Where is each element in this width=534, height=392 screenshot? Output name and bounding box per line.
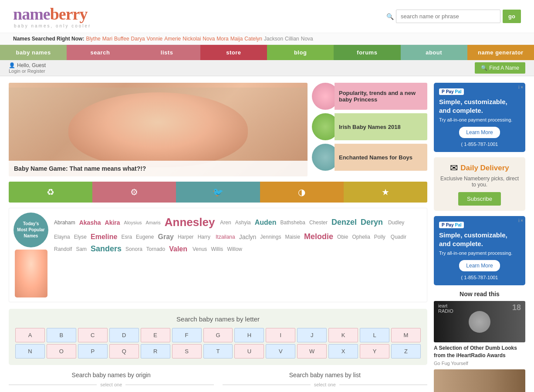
featured-link-1[interactable]: Popularity, trends and a new baby Prince… [312,83,427,110]
icon-bar-item-3[interactable]: 🐦 [176,182,260,203]
newsletter-subscribe-btn[interactable]: Subscribe [458,192,501,206]
ad1-learn-btn[interactable]: Learn More [459,127,500,138]
name-tag[interactable]: Bathsheba [279,219,307,226]
letter-B[interactable]: B [47,328,76,342]
name-tag[interactable]: Sanders [89,243,123,254]
icon-bar-item-4[interactable]: ◑ [260,182,344,203]
nav-lists[interactable]: lists [134,45,200,60]
letter-O[interactable]: O [47,344,76,358]
name-tag[interactable]: Quadir [389,233,408,241]
letter-I[interactable]: I [266,328,295,342]
searched-name[interactable]: Catelyn [244,36,262,42]
name-tag[interactable]: Jaclyn [238,233,258,241]
searched-name[interactable]: Mari [102,36,112,42]
letter-R[interactable]: R [141,344,170,358]
name-tag[interactable]: Akasha [78,218,102,227]
nav-forums[interactable]: forums [334,45,400,60]
letter-E[interactable]: E [141,328,170,342]
name-tag[interactable]: Sam [74,245,88,253]
letter-V[interactable]: V [266,344,295,358]
name-tag[interactable]: Polly [373,233,387,241]
nav-baby-names[interactable]: baby names [0,45,67,60]
icon-bar-item-1[interactable]: ♻ [9,182,92,203]
name-tag[interactable]: Willis [210,245,224,253]
searched-name[interactable]: Nickolai [183,36,201,42]
letter-Y[interactable]: Y [360,344,389,358]
name-tag[interactable]: Venus [191,245,208,253]
search-input[interactable] [396,10,500,23]
letter-Q[interactable]: Q [109,344,139,358]
nav-generator[interactable]: name generator [467,45,534,60]
nav-search[interactable]: search [67,45,133,60]
letter-W[interactable]: W [297,344,327,358]
name-tag[interactable]: Gray [156,232,175,242]
featured-link-3[interactable]: Enchanted Names for Boys [312,144,427,171]
ad2-learn-btn[interactable]: Learn More [459,260,500,271]
searched-name[interactable]: Buffee [114,36,129,42]
name-tag[interactable]: Denzel [330,217,358,228]
name-tag[interactable]: Deryn [359,217,384,228]
name-tag[interactable]: Aren [219,219,232,226]
name-tag[interactable]: Willow [226,245,243,253]
letter-T[interactable]: T [203,344,233,358]
letter-A[interactable]: A [15,328,45,342]
login-link[interactable]: Login or Register [9,68,46,74]
letter-L[interactable]: L [360,328,389,342]
name-tag[interactable]: Chester [308,219,329,226]
name-tag[interactable]: Elayna [53,233,71,241]
letter-Z[interactable]: Z [391,344,421,358]
search-button[interactable]: go [503,10,521,23]
letter-D[interactable]: D [109,328,139,342]
searched-name[interactable]: Mora [216,36,228,42]
name-tag[interactable]: Dudley [387,219,406,226]
letter-K[interactable]: K [328,328,358,342]
name-tag[interactable]: Amaris [145,219,162,226]
article-2[interactable] [434,369,525,392]
name-tag[interactable]: Sonora [124,245,144,253]
name-tag[interactable]: Melodie [303,231,335,242]
icon-bar-item-5[interactable]: ★ [344,182,427,203]
name-tag[interactable]: Harry [196,233,212,241]
letter-G[interactable]: G [203,328,233,342]
nav-about[interactable]: about [401,45,467,60]
searched-name[interactable]: Cillian [285,36,299,42]
name-tag[interactable]: Emeline [89,232,118,242]
letter-J[interactable]: J [297,328,327,342]
name-tag[interactable]: Valen [168,244,189,254]
name-tag[interactable]: Akira [104,218,122,227]
name-tag[interactable]: Eugene [135,233,155,241]
searched-name[interactable]: Vonnie [147,36,163,42]
name-tag[interactable]: Annesley [163,215,216,230]
name-tag[interactable]: Abraham [53,219,77,226]
name-tag[interactable]: Esra [120,233,133,241]
featured-main[interactable]: Baby Name Game: That name means what?!? [9,83,308,176]
find-name-button[interactable]: 🔍 Find A Name [475,62,525,74]
name-tag[interactable]: Tornado [145,245,166,253]
name-tag[interactable]: Aloysius [123,219,143,226]
letter-X[interactable]: X [328,344,358,358]
featured-link-2[interactable]: Irish Baby Names 2018 [312,113,427,140]
article-1[interactable]: ieartRADIO 18 A Selection of Other Dumb … [434,301,525,366]
searched-name[interactable]: Nova [203,36,215,42]
letter-U[interactable]: U [234,344,264,358]
searched-name[interactable]: Amerie [164,36,181,42]
icon-bar-item-2[interactable]: ⚙ [92,182,176,203]
name-tag[interactable]: Jennings [259,233,282,241]
letter-M[interactable]: M [391,328,421,342]
name-tag[interactable]: Elyse [73,233,88,241]
nav-store[interactable]: store [200,45,267,60]
name-tag[interactable]: Ophelia [351,233,371,241]
name-tag[interactable]: Auden [253,218,278,227]
searched-name[interactable]: Nova [301,36,313,42]
letter-S[interactable]: S [172,344,202,358]
name-tag[interactable]: Harper [176,233,195,241]
letter-N[interactable]: N [15,344,45,358]
searched-name[interactable]: Maija [230,36,243,42]
name-tag[interactable]: Randolf [53,245,73,253]
searched-name[interactable]: Jackson [264,36,283,42]
nav-blog[interactable]: blog [267,45,334,60]
name-tag[interactable]: Obie [336,233,349,241]
letter-H[interactable]: H [234,328,264,342]
searched-name[interactable]: Blythe [86,36,100,42]
searched-name[interactable]: Darya [131,36,145,42]
